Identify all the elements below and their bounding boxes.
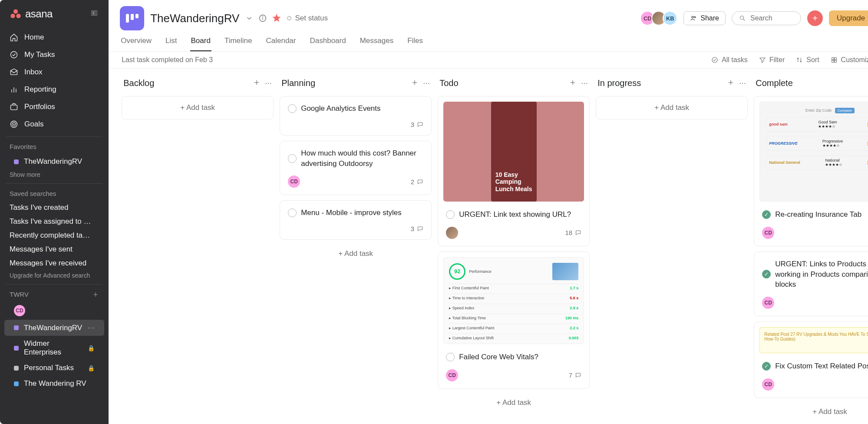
board-column: Todo ⋯ 10 Easy Camping Lunch MealsURGENT… xyxy=(438,76,590,416)
nav-inbox[interactable]: Inbox xyxy=(0,63,109,81)
nav-portfolios[interactable]: Portfolios xyxy=(0,98,109,116)
sort-button[interactable]: Sort xyxy=(796,56,819,64)
add-card-icon[interactable] xyxy=(253,79,261,88)
complete-toggle[interactable] xyxy=(762,210,771,219)
task-title: Google Analytics Events xyxy=(301,103,380,114)
complete-toggle[interactable] xyxy=(288,104,297,113)
people-icon xyxy=(690,15,697,22)
comment-icon xyxy=(417,179,423,185)
search-icon xyxy=(739,15,746,22)
column-more-icon[interactable]: ⋯ xyxy=(265,79,272,87)
complete-toggle[interactable] xyxy=(446,210,455,219)
board-column: Planning ⋯ Google Analytics Events3 How … xyxy=(280,76,432,416)
task-card[interactable]: 10 Easy Camping Lunch MealsURGENT: Link … xyxy=(438,96,590,246)
star-icon[interactable] xyxy=(272,14,281,23)
chevron-down-icon[interactable] xyxy=(245,14,253,22)
card-thumbnail: 10 Easy Camping Lunch Meals xyxy=(443,102,584,202)
more-icon[interactable]: ⋯ xyxy=(87,323,95,332)
nav-mytasks[interactable]: My Tasks xyxy=(0,46,109,63)
customize-button[interactable]: Customize xyxy=(831,56,868,64)
task-title: URGENT: Link text showing URL? xyxy=(459,209,571,220)
complete-toggle[interactable] xyxy=(446,353,455,361)
global-add-button[interactable]: + xyxy=(807,10,823,26)
tab-calendar[interactable]: Calendar xyxy=(265,36,297,51)
tab-files[interactable]: Files xyxy=(406,36,424,51)
all-tasks-button[interactable]: All tasks xyxy=(711,56,748,64)
project-item[interactable]: Personal Tasks🔒 xyxy=(4,360,104,376)
task-card[interactable]: 92Performance ▸ First Contentful Paint1.… xyxy=(438,252,590,389)
tab-overview[interactable]: Overview xyxy=(120,36,152,51)
upgrade-button[interactable]: Upgrade xyxy=(829,10,868,26)
nav-inbox-label: Inbox xyxy=(24,68,43,76)
brand-text: asana xyxy=(25,8,53,20)
search-input[interactable]: Search xyxy=(732,11,801,25)
saved-search-item[interactable]: Messages I've sent xyxy=(0,242,109,256)
comment-count: 3 xyxy=(411,225,423,232)
task-title: How much would this cost? Banner adverti… xyxy=(301,148,423,169)
tab-list[interactable]: List xyxy=(165,36,178,51)
svg-rect-27 xyxy=(832,58,834,60)
tab-timeline[interactable]: Timeline xyxy=(224,36,253,51)
filter-button[interactable]: Filter xyxy=(759,56,785,64)
nav-home[interactable]: Home xyxy=(0,29,109,46)
info-icon[interactable] xyxy=(258,14,267,23)
member-avatars[interactable]: CD KB xyxy=(644,11,677,26)
nav-goals[interactable]: Goals xyxy=(0,116,109,133)
project-label: Personal Tasks xyxy=(24,364,74,372)
card-thumbnail: Related Post 27 RV Upgrades & Mods You H… xyxy=(759,327,868,353)
tab-board[interactable]: Board xyxy=(190,36,211,51)
plus-icon xyxy=(92,291,99,298)
add-task-button[interactable]: + Add task xyxy=(280,245,432,262)
sidebar-collapse-icon[interactable] xyxy=(89,8,99,20)
task-card[interactable]: Enter Zip Code Compare good samGood Sam★… xyxy=(754,96,868,246)
add-card-icon[interactable] xyxy=(569,79,577,88)
complete-toggle[interactable] xyxy=(288,154,297,163)
saved-search-item[interactable]: Messages I've received xyxy=(0,256,109,270)
task-title: Menu - Mobile - improve styles xyxy=(301,208,401,218)
column-more-icon[interactable]: ⋯ xyxy=(581,79,588,87)
check-circle-icon xyxy=(711,56,718,63)
board-column: Complete ⋯ Enter Zip Code Compare good s… xyxy=(754,76,868,416)
saved-search-item[interactable]: Tasks I've created xyxy=(0,201,109,215)
share-button[interactable]: Share xyxy=(683,11,726,25)
upgrade-search-link[interactable]: Upgrade for Advanced search xyxy=(0,270,109,284)
column-more-icon[interactable]: ⋯ xyxy=(739,79,746,87)
project-item[interactable]: TheWanderingRV⋯ xyxy=(4,320,104,336)
svg-rect-28 xyxy=(834,58,836,60)
workspace-owner[interactable]: CD xyxy=(4,301,104,320)
assignee-avatar: CD xyxy=(288,176,300,188)
complete-toggle[interactable] xyxy=(762,270,771,278)
tab-messages[interactable]: Messages xyxy=(359,36,394,51)
status-dot-icon xyxy=(287,16,291,20)
nav-reporting[interactable]: Reporting xyxy=(0,81,109,98)
assignee-avatar: CD xyxy=(762,378,774,391)
add-task-button[interactable]: + Add task xyxy=(122,96,274,119)
favorite-project[interactable]: TheWanderingRV xyxy=(4,154,104,169)
workspace-header[interactable]: TWRV xyxy=(0,285,109,301)
column-title: Backlog xyxy=(123,78,248,88)
tab-dashboard[interactable]: Dashboard xyxy=(309,36,347,51)
project-item[interactable]: Widmer Enterprises🔒 xyxy=(4,336,104,360)
task-card[interactable]: Google Analytics Events3 xyxy=(280,96,432,136)
task-card[interactable]: Menu - Mobile - improve styles3 xyxy=(280,200,432,240)
set-status-button[interactable]: Set status xyxy=(287,14,328,23)
add-task-button[interactable]: + Add task xyxy=(596,96,748,119)
complete-toggle[interactable] xyxy=(762,362,771,371)
task-card[interactable]: URGENT: Links to Products not working in… xyxy=(754,252,868,316)
project-item[interactable]: The Wandering RV xyxy=(4,376,104,391)
add-card-icon[interactable] xyxy=(727,79,735,88)
saved-search-item[interactable]: Tasks I've assigned to … xyxy=(0,215,109,229)
project-label: TheWanderingRV xyxy=(24,324,82,332)
show-more-favorites[interactable]: Show more xyxy=(0,169,109,183)
task-card[interactable]: How much would this cost? Banner adverti… xyxy=(280,141,432,195)
task-card[interactable]: Related Post 27 RV Upgrades & Mods You H… xyxy=(754,321,868,398)
column-more-icon[interactable]: ⋯ xyxy=(423,79,430,87)
svg-point-13 xyxy=(13,124,14,125)
add-task-button[interactable]: + Add task xyxy=(438,394,590,411)
brand-logo[interactable]: asana xyxy=(10,8,53,20)
add-task-button[interactable]: + Add task xyxy=(754,403,868,421)
complete-toggle[interactable] xyxy=(288,209,297,217)
saved-search-item[interactable]: Recently completed ta… xyxy=(0,229,109,242)
search-placeholder: Search xyxy=(750,14,772,22)
add-card-icon[interactable] xyxy=(411,79,419,88)
